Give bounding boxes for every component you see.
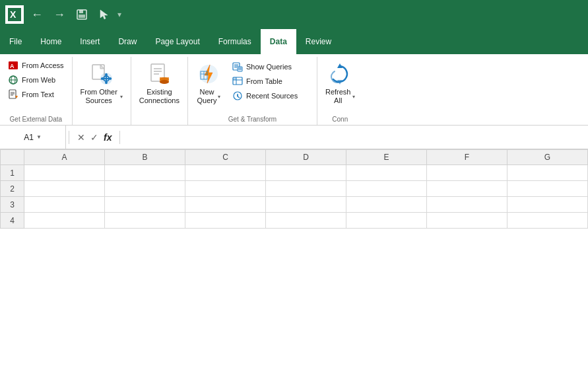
- menu-data[interactable]: Data: [261, 29, 296, 54]
- cell-f2[interactable]: [427, 181, 507, 197]
- cell-d1[interactable]: [266, 165, 346, 181]
- row-header-1[interactable]: 1: [1, 165, 24, 181]
- show-queries-button[interactable]: Show Queries: [228, 59, 314, 74]
- cell-reference-box[interactable]: A1 ▼: [0, 126, 66, 149]
- formula-bar: A1 ▼ ✕ ✓ fx: [0, 126, 588, 149]
- from-access-button[interactable]: A From Access: [4, 58, 68, 73]
- cell-b1[interactable]: [105, 165, 185, 181]
- save-btn[interactable]: [73, 7, 91, 22]
- recent-sources-button[interactable]: Recent Sources: [228, 89, 314, 103]
- col-header-b[interactable]: B: [105, 150, 185, 165]
- from-access-label: From Access: [22, 61, 64, 69]
- menu-insert[interactable]: Insert: [71, 29, 109, 54]
- cell-c3[interactable]: [185, 197, 266, 213]
- show-queries-icon: [232, 61, 243, 72]
- cell-c4[interactable]: [185, 213, 266, 229]
- cell-d4[interactable]: [266, 213, 346, 229]
- cell-c2[interactable]: [185, 181, 266, 197]
- from-text-button[interactable]: From Text: [4, 87, 68, 102]
- cell-ref-dropdown[interactable]: ▼: [36, 134, 42, 140]
- formula-separator-1: [69, 131, 69, 144]
- fx-icon[interactable]: fx: [104, 132, 112, 143]
- cell-f4[interactable]: [427, 213, 507, 229]
- from-other-sources-dropdown: ▾: [120, 94, 123, 100]
- col-header-f[interactable]: F: [427, 150, 507, 165]
- cell-b3[interactable]: [105, 197, 185, 213]
- col-header-c[interactable]: C: [185, 150, 266, 165]
- cell-b4[interactable]: [105, 213, 185, 229]
- formula-input[interactable]: [123, 126, 588, 149]
- cell-a4[interactable]: [24, 213, 105, 229]
- cell-b2[interactable]: [105, 181, 185, 197]
- other-sources-icon: [90, 62, 114, 86]
- ribbon: A From Access From Web: [0, 54, 588, 126]
- cell-a2[interactable]: [24, 181, 105, 197]
- cell-e3[interactable]: [346, 197, 427, 213]
- cancel-formula-icon[interactable]: ✕: [77, 132, 85, 143]
- svg-text:X: X: [10, 9, 16, 20]
- ribbon-group-other-sources: From OtherSources ▾: [73, 57, 131, 125]
- web-icon: [8, 75, 18, 85]
- col-header-e[interactable]: E: [346, 150, 427, 165]
- from-table-label: From Table: [246, 77, 282, 85]
- menu-draw[interactable]: Draw: [109, 29, 146, 54]
- app-icon: X: [5, 5, 24, 24]
- svg-point-22: [105, 73, 108, 76]
- existing-connections-button[interactable]: ExistingConnections: [134, 59, 185, 108]
- new-query-dropdown: ▾: [218, 94, 220, 100]
- from-table-button[interactable]: From Table: [228, 74, 314, 89]
- from-web-button[interactable]: From Web: [4, 73, 68, 87]
- transform-stack: Show Queries From Table: [228, 59, 314, 103]
- transform-group-label: Get & Transform: [191, 114, 314, 125]
- ribbon-group-external-data: A From Access From Web: [0, 57, 73, 125]
- col-header-a[interactable]: A: [24, 150, 105, 165]
- ribbon-group-existing: ExistingConnections: [131, 57, 188, 125]
- sheet-table: A B C D E F G 1 2: [0, 149, 588, 229]
- connections-content: RefreshAll ▾: [320, 59, 360, 114]
- confirm-formula-icon[interactable]: ✓: [90, 132, 98, 143]
- svg-point-52: [237, 95, 238, 96]
- cursor-btn[interactable]: [95, 7, 114, 22]
- formula-bar-icons: ✕ ✓ fx: [72, 132, 117, 143]
- cell-g1[interactable]: [507, 165, 588, 181]
- cell-a1[interactable]: [24, 165, 105, 181]
- svg-rect-3: [79, 10, 83, 13]
- new-query-button[interactable]: NewQuery ▾: [191, 59, 227, 108]
- cell-c1[interactable]: [185, 165, 266, 181]
- table-row: 3: [1, 197, 588, 213]
- cell-f1[interactable]: [427, 165, 507, 181]
- cell-d3[interactable]: [266, 197, 346, 213]
- cell-f3[interactable]: [427, 197, 507, 213]
- menu-formulas[interactable]: Formulas: [209, 29, 261, 54]
- refresh-all-dropdown: ▾: [352, 94, 355, 100]
- cell-e4[interactable]: [346, 213, 427, 229]
- col-header-d[interactable]: D: [266, 150, 346, 165]
- refresh-all-button[interactable]: RefreshAll ▾: [320, 59, 360, 108]
- row-header-4[interactable]: 4: [1, 213, 24, 229]
- row-header-2[interactable]: 2: [1, 181, 24, 197]
- corner-header: [1, 150, 24, 165]
- existing-connections-label: ExistingConnections: [139, 88, 180, 105]
- menu-home[interactable]: Home: [31, 29, 71, 54]
- menu-review[interactable]: Review: [296, 29, 341, 54]
- svg-marker-5: [100, 10, 108, 19]
- table-row: 1: [1, 165, 588, 181]
- redo-btn[interactable]: →: [50, 7, 69, 23]
- menu-file[interactable]: File: [0, 29, 31, 54]
- col-header-g[interactable]: G: [507, 150, 588, 165]
- row-header-3[interactable]: 3: [1, 197, 24, 213]
- recent-sources-icon: [232, 91, 243, 101]
- cell-g3[interactable]: [507, 197, 588, 213]
- undo-btn[interactable]: ←: [28, 7, 46, 23]
- cell-d2[interactable]: [266, 181, 346, 197]
- svg-rect-4: [79, 15, 85, 18]
- cell-g2[interactable]: [507, 181, 588, 197]
- cell-a3[interactable]: [24, 197, 105, 213]
- menu-page-layout[interactable]: Page Layout: [146, 29, 209, 54]
- cell-e1[interactable]: [346, 165, 427, 181]
- svg-point-25: [109, 77, 112, 80]
- cell-g4[interactable]: [507, 213, 588, 229]
- from-other-sources-button[interactable]: From OtherSources ▾: [75, 59, 128, 108]
- existing-group-label: [134, 121, 185, 125]
- cell-e2[interactable]: [346, 181, 427, 197]
